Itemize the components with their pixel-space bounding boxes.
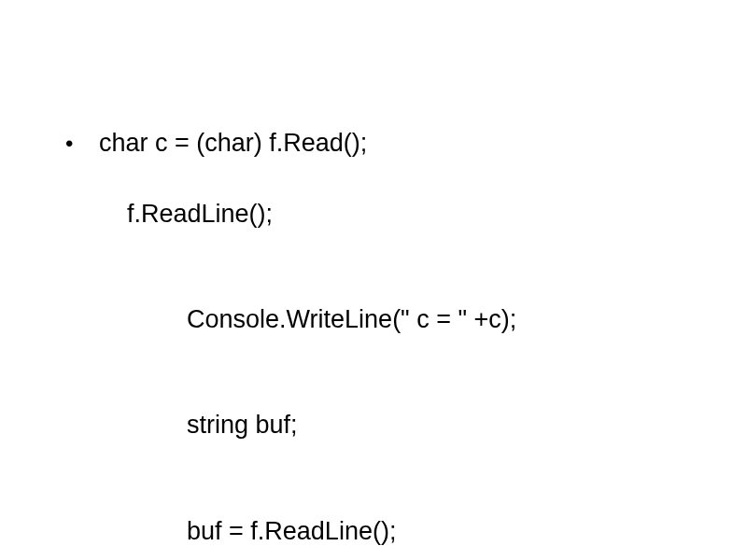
code-line-2: f.ReadLine(); — [65, 161, 710, 267]
bullet-icon: • — [65, 126, 99, 160]
slide-content: • char c = (char) f.Read(); f.ReadLine()… — [65, 126, 710, 560]
code-text: char c = (char) f.Read(); — [99, 126, 710, 161]
code-text: f.ReadLine(); — [127, 200, 273, 228]
code-line-5: buf = f.ReadLine(); — [65, 479, 710, 560]
code-line-4: string buf; — [65, 373, 710, 479]
code-text: buf = f.ReadLine(); — [187, 517, 396, 545]
code-text: string buf; — [187, 411, 298, 439]
code-line-3: Console.WriteLine(" c = " +c); — [65, 267, 710, 372]
code-line-1: • char c = (char) f.Read(); — [65, 126, 710, 161]
code-text: Console.WriteLine(" c = " +c); — [187, 305, 516, 333]
